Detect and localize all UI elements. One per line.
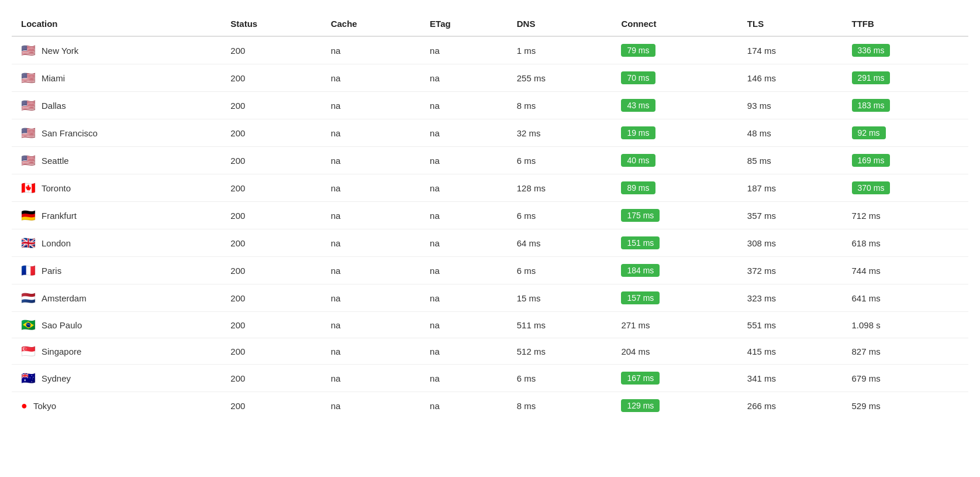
cell-location: 🇺🇸Seattle [12,147,221,174]
cell-etag: na [420,36,508,64]
cell-tls: 372 ms [738,257,843,284]
cell-cache: na [322,92,420,119]
cell-connect: 129 ms [612,392,737,420]
connect-badge: 40 ms [621,154,655,167]
table-row: 🇸🇬Singapore200nana512 ms204 ms415 ms827 … [12,338,968,365]
header-location: Location [12,12,221,36]
cell-status: 200 [221,257,321,284]
connect-badge: 43 ms [621,99,655,112]
flag-icon: 🇩🇪 [21,210,36,221]
flag-icon: 🇬🇧 [21,237,36,249]
cell-dns: 6 ms [508,365,612,392]
location-name: Sao Paulo [42,320,82,330]
ttfb-badge: 169 ms [852,154,891,167]
table-row: 🇩🇪Frankfurt200nana6 ms175 ms357 ms712 ms [12,202,968,229]
flag-icon: 🇺🇸 [21,99,36,111]
flag-icon: 🇺🇸 [21,155,36,166]
cell-etag: na [420,174,508,202]
cell-etag: na [420,338,508,365]
cell-ttfb: 370 ms [843,174,969,202]
cell-dns: 8 ms [508,392,612,420]
location-name: Toronto [42,183,71,193]
cell-ttfb: 618 ms [843,229,969,257]
flag-icon: 🇨🇦 [21,182,36,194]
ttfb-badge: 291 ms [852,71,891,84]
location-name: Paris [42,266,61,276]
location-name: Sydney [42,373,71,383]
cell-location: 🇩🇪Frankfurt [12,202,221,229]
table-row: 🇨🇦Toronto200nana128 ms89 ms187 ms370 ms [12,174,968,202]
cell-etag: na [420,284,508,312]
cell-location: 🇳🇱Amsterdam [12,284,221,312]
cell-cache: na [322,229,420,257]
ttfb-badge: 92 ms [852,126,886,139]
cell-dns: 64 ms [508,229,612,257]
cell-location: 🇺🇸New York [12,36,221,64]
cell-tls: 93 ms [738,92,843,119]
table-row: 🇺🇸New York200nana1 ms79 ms174 ms336 ms [12,36,968,64]
cell-status: 200 [221,36,321,64]
table-row: 🇧🇷Sao Paulo200nana511 ms271 ms551 ms1.09… [12,312,968,338]
cell-connect: 79 ms [612,36,737,64]
connect-badge: 129 ms [621,399,660,412]
performance-table: Location Status Cache ETag DNS Connect T… [12,12,968,419]
ttfb-badge: 336 ms [852,44,891,57]
location-name: London [42,238,71,248]
cell-ttfb: 679 ms [843,365,969,392]
cell-tls: 341 ms [738,365,843,392]
cell-location: 🇺🇸Miami [12,64,221,92]
cell-status: 200 [221,284,321,312]
flag-icon: 🇦🇺 [21,372,36,384]
table-row: 🇺🇸Seattle200nana6 ms40 ms85 ms169 ms [12,147,968,174]
cell-cache: na [322,365,420,392]
cell-tls: 415 ms [738,338,843,365]
cell-connect: 184 ms [612,257,737,284]
cell-location: 🇬🇧London [12,229,221,257]
cell-ttfb: 169 ms [843,147,969,174]
cell-connect: 157 ms [612,284,737,312]
cell-dns: 15 ms [508,284,612,312]
header-dns: DNS [508,12,612,36]
ttfb-badge: 183 ms [852,99,891,112]
flag-icon: 🇫🇷 [21,265,36,276]
cell-location: ●Tokyo [12,392,221,420]
cell-tls: 146 ms [738,64,843,92]
connect-badge: 151 ms [621,236,660,249]
cell-tls: 48 ms [738,119,843,147]
cell-status: 200 [221,147,321,174]
cell-etag: na [420,202,508,229]
cell-location: 🇫🇷Paris [12,257,221,284]
flag-icon: 🇺🇸 [21,127,36,139]
connect-badge: 157 ms [621,291,660,304]
cell-location: 🇺🇸San Francisco [12,119,221,147]
cell-connect: 70 ms [612,64,737,92]
cell-status: 200 [221,229,321,257]
header-ttfb: TTFB [843,12,969,36]
cell-ttfb: 336 ms [843,36,969,64]
cell-ttfb: 291 ms [843,64,969,92]
connect-badge: 167 ms [621,372,660,385]
cell-cache: na [322,257,420,284]
connect-badge: 89 ms [621,181,655,194]
location-name: Seattle [42,156,69,166]
cell-dns: 512 ms [508,338,612,365]
table-row: ●Tokyo200nana8 ms129 ms266 ms529 ms [12,392,968,420]
connect-badge: 175 ms [621,209,660,222]
table-row: 🇺🇸Miami200nana255 ms70 ms146 ms291 ms [12,64,968,92]
cell-etag: na [420,229,508,257]
location-name: Miami [42,73,65,83]
cell-tls: 187 ms [738,174,843,202]
cell-etag: na [420,92,508,119]
cell-etag: na [420,147,508,174]
header-status: Status [221,12,321,36]
cell-dns: 6 ms [508,147,612,174]
cell-connect: 271 ms [612,312,737,338]
cell-status: 200 [221,119,321,147]
cell-dns: 6 ms [508,202,612,229]
cell-ttfb: 641 ms [843,284,969,312]
cell-status: 200 [221,392,321,420]
cell-etag: na [420,257,508,284]
cell-status: 200 [221,202,321,229]
cell-status: 200 [221,312,321,338]
flag-icon: 🇸🇬 [21,345,36,357]
